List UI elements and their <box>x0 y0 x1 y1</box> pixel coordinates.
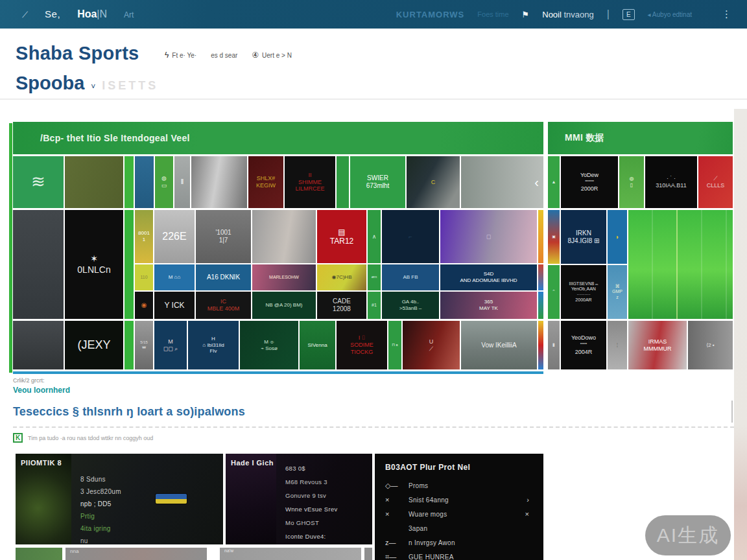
thumbnail-tile[interactable]: SIVenna <box>300 321 335 369</box>
thumbnail-tile[interactable]: AB FB <box>382 264 439 290</box>
thumbnail-tile[interactable]: ¦ <box>608 321 627 369</box>
thumbnail-tile[interactable] <box>124 156 134 208</box>
menu-row[interactable]: ×Snist 64anng› <box>385 493 533 507</box>
menu-row[interactable]: ×Wuare mogs× <box>385 507 533 521</box>
thumbnail-tile[interactable]: M ◻◻ ⌕ <box>154 321 187 369</box>
thumbnail-tile[interactable] <box>16 548 62 560</box>
thumbnail-tile[interactable] <box>191 156 247 208</box>
thumbnail-tile[interactable]: Y ICK <box>154 292 195 319</box>
thumbnail-tile[interactable] <box>538 321 543 369</box>
section-heading-link[interactable]: Teseccics § thlsnrh ŋ loart a so)ipalwon… <box>13 405 734 419</box>
thumbnail-tile[interactable]: SHLX# KEGIW <box>248 156 283 208</box>
thumbnail-tile[interactable]: IC MBLE 400M <box>196 292 251 319</box>
thumbnail-tile[interactable]: I ⌷ SODIME TIOCKG <box>337 321 387 369</box>
thumbnail-tile[interactable]: ▮ <box>548 321 560 369</box>
thumbnail-tile[interactable] <box>538 210 543 263</box>
menu-row[interactable]: 3apan <box>385 521 533 535</box>
thumbnail-tile[interactable]: 110 <box>135 264 153 290</box>
edition-badge[interactable]: E <box>622 9 635 20</box>
thumbnail-tile[interactable]: A16 DKNIK <box>196 264 251 290</box>
thumbnail-tile[interactable] <box>65 156 123 208</box>
toolbar-item-1[interactable]: ϟFt e· Ye· <box>165 51 196 60</box>
thumbnail-tile[interactable]: ⌃ <box>548 265 560 319</box>
thumbnail-tile[interactable]: ◍ ▯ <box>619 156 644 208</box>
flag-icon[interactable]: ⚑ <box>522 10 530 19</box>
thumbnail-tile[interactable]: C <box>407 156 460 208</box>
menu-row[interactable]: z—n Invrgsy Awon <box>385 535 533 550</box>
thumbnail-tile[interactable]: GA 4b.. >53anB – <box>382 292 439 319</box>
thumbnail-tile[interactable]: ◍ ▭ <box>155 156 173 208</box>
thumbnail-tile[interactable] <box>538 264 543 290</box>
thumbnail-tile[interactable]: ∧ <box>368 210 381 263</box>
thumbnail-tile[interactable]: 5/15 ₩ <box>135 321 153 369</box>
stat-card-2[interactable]: Hade I Gich 683 0$M68 Revous 3Gonuvre 9 … <box>226 454 372 544</box>
thumbnail-tile[interactable]: øm <box>368 264 381 290</box>
thumbnail-tile[interactable]: ⟋ CLLLS <box>698 156 733 208</box>
thumbnail-tile[interactable] <box>538 292 543 319</box>
promo-banner-left[interactable]: /Bcp- thet Itio Sle Itendogeal Veel <box>13 122 543 154</box>
thumbnail-tile[interactable] <box>13 321 64 369</box>
menu-row[interactable]: ◇—Proms <box>385 478 533 493</box>
thumbnail-tile[interactable]: IRKN 8J4.IGI8 ⊞ <box>561 210 606 264</box>
nav-item-se[interactable]: Se, <box>45 8 60 19</box>
thumbnail-tile[interactable] <box>124 321 134 369</box>
thumbnail-tile[interactable] <box>337 156 349 208</box>
thumbnail-tile[interactable]: ◉7C)HB <box>317 264 366 290</box>
thumbnail-tile[interactable]: (JEXY <box>65 321 123 369</box>
thumbnail-tile[interactable]: ◉ <box>135 292 153 319</box>
thumbnail-tile[interactable]: ⟨2 ▪ <box>688 321 733 369</box>
thumbnail-tile[interactable]: ⌘ GMP z <box>608 265 627 319</box>
thumbnail-tile[interactable]: 365 MAY TK <box>440 292 537 319</box>
thumbnail-tile[interactable] <box>124 210 134 319</box>
thumbnail-tile[interactable]: NB @A 20) BM) <box>252 292 316 319</box>
thumbnail-tile[interactable]: ▣ <box>548 210 560 264</box>
thumbnail-tile[interactable]: ▲ <box>548 156 560 208</box>
menu-row[interactable]: ⌗—GUE HUNREA <box>385 550 533 560</box>
thumbnail-tile[interactable] <box>252 210 316 263</box>
thumbnail-tile[interactable]: ⌐ <box>382 210 439 263</box>
thumbnail-tile[interactable]: #1 <box>368 292 381 319</box>
thumbnail-tile[interactable]: M ⌯ ⌁ Sos⌀ <box>240 321 298 369</box>
thumbnail-tile[interactable]: MARLESOHW <box>252 264 316 290</box>
nav-item-home[interactable]: Hoa|N <box>77 8 107 20</box>
thumbnail-tile[interactable]: ✶ 0LNLCn <box>65 210 123 319</box>
toolbar-item-3[interactable]: ④Uert e > N <box>252 51 292 60</box>
nav-item-kurtamorws[interactable]: KURTAMORWS <box>396 10 465 19</box>
toolbar-item-2[interactable]: es d sear <box>211 52 237 59</box>
nav-audio-edition[interactable]: ◂ Aubyo edtinat <box>648 11 692 18</box>
thumbnail-tile[interactable]: M ⌂⌂ <box>154 264 195 290</box>
thumbnail-tile[interactable]: CADE 12008 <box>317 292 366 319</box>
thumbnail-tile[interactable]: ‖ <box>174 156 190 208</box>
thumbnail-tile[interactable]: П в <box>388 321 401 369</box>
teal-link[interactable]: Veou loornherd <box>13 386 734 395</box>
thumbnail-tile[interactable]: YoDew '''''''' 2000R <box>561 156 618 208</box>
kebab-menu-icon[interactable]: ⋮ <box>722 8 731 20</box>
thumbnail-tile[interactable]: ◻ <box>440 210 537 263</box>
thumbnail-tile[interactable]: YeoDowo '''''' 2004R <box>561 321 606 369</box>
promo-banner-right[interactable]: MMI 数据 <box>548 122 733 154</box>
thumbnail-tile[interactable]: SWIER 673mlht <box>350 156 405 208</box>
thumbnail-tile[interactable]: ▤ TAR12 <box>317 210 366 263</box>
football-pitch-thumbnail[interactable] <box>628 210 733 319</box>
thumbnail-tile[interactable]: na'w <box>220 548 361 560</box>
logo-tile[interactable]: ≋ <box>13 156 64 208</box>
stat-card-1[interactable]: PIIOMTIK 8 8 Sduns3 Jesc820umnpb ; DD5Pr… <box>16 454 223 544</box>
thumbnail-tile[interactable]: Vow IKeilliiA <box>461 321 537 369</box>
thumbnail-tile[interactable]: '1001 1|7 <box>196 210 251 263</box>
nav-item-foes-time[interactable]: Foes time <box>477 10 508 18</box>
thumbnail-tile[interactable]: H ⌂ IbI31Ild FIv <box>188 321 239 369</box>
thumbnail-tile[interactable]: U ⟋ <box>403 321 460 369</box>
thumbnail-tile[interactable] <box>210 548 217 560</box>
thumbnail-tile[interactable]: ◗ <box>608 210 627 264</box>
thumbnail-tile[interactable]: 226E <box>154 210 195 263</box>
thumbnail-tile[interactable]: II SHIMME LILMRCEE <box>285 156 335 208</box>
carousel-prev-tile[interactable]: ‹ <box>461 156 543 208</box>
thumbnail-tile[interactable]: S4D AND ADOMUIAE IBVHD <box>440 264 537 290</box>
nav-user-label[interactable]: Nooil tnvaong <box>542 10 594 19</box>
thumbnail-tile[interactable]: IRMAS MMMMUR <box>628 321 687 369</box>
thumbnail-tile[interactable]: nna <box>65 548 207 560</box>
nav-item-art[interactable]: Art <box>124 10 134 19</box>
thumbnail-tile[interactable] <box>364 548 372 560</box>
thumbnail-tile[interactable] <box>13 210 64 319</box>
thumbnail-tile[interactable] <box>135 156 154 208</box>
